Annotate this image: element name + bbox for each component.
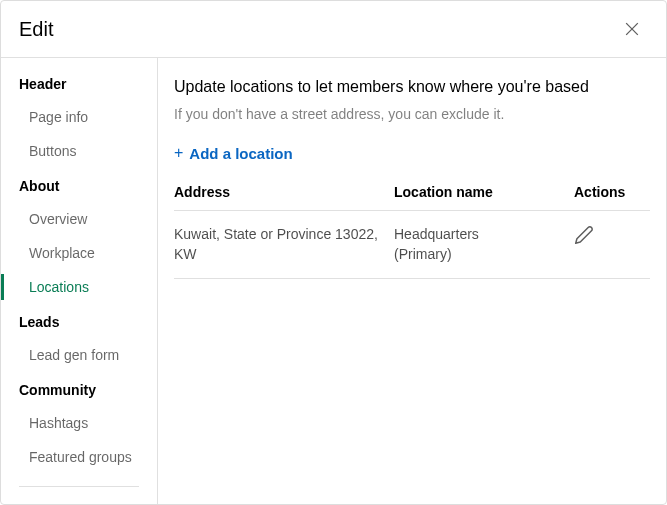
content-area: Update locations to let members know whe…: [158, 58, 666, 504]
col-header-address: Address: [174, 184, 394, 200]
content-title: Update locations to let members know whe…: [174, 78, 650, 96]
sidebar-item-locations[interactable]: Locations: [1, 270, 157, 304]
cell-location-name: Headquarters (Primary): [394, 225, 574, 264]
sidebar-item-featured-groups[interactable]: Featured groups: [1, 440, 157, 474]
nav-section-about: About: [1, 168, 157, 202]
close-icon: [622, 19, 642, 39]
nav-section-community: Community: [1, 372, 157, 406]
sidebar-item-manage-languages[interactable]: Manage languages: [1, 499, 157, 504]
cell-actions: [574, 225, 650, 251]
sidebar-item-page-info[interactable]: Page info: [1, 100, 157, 134]
sidebar-item-hashtags[interactable]: Hashtags: [1, 406, 157, 440]
modal-header: Edit: [1, 1, 666, 58]
pencil-icon: [574, 225, 594, 245]
sidebar-item-buttons[interactable]: Buttons: [1, 134, 157, 168]
modal-title: Edit: [19, 18, 53, 41]
content-subtitle: If you don't have a street address, you …: [174, 106, 650, 122]
table-header-row: Address Location name Actions: [174, 184, 650, 211]
edit-modal: Edit Header Page info Buttons About Over…: [0, 0, 667, 505]
sidebar-item-workplace[interactable]: Workplace: [1, 236, 157, 270]
sidebar-nav[interactable]: Header Page info Buttons About Overview …: [1, 58, 158, 504]
cell-address: Kuwait, State or Province 13022, KW: [174, 225, 394, 264]
edit-location-button[interactable]: [574, 225, 594, 245]
table-row: Kuwait, State or Province 13022, KW Head…: [174, 211, 650, 279]
nav-divider: [19, 486, 139, 487]
sidebar-item-lead-gen[interactable]: Lead gen form: [1, 338, 157, 372]
col-header-location-name: Location name: [394, 184, 574, 200]
sidebar-item-overview[interactable]: Overview: [1, 202, 157, 236]
nav-section-header: Header: [1, 66, 157, 100]
col-header-actions: Actions: [574, 184, 650, 200]
plus-icon: +: [174, 144, 183, 162]
nav-section-leads: Leads: [1, 304, 157, 338]
add-location-label: Add a location: [189, 145, 292, 162]
add-location-link[interactable]: + Add a location: [174, 144, 293, 162]
close-button[interactable]: [618, 15, 646, 43]
modal-body: Header Page info Buttons About Overview …: [1, 58, 666, 504]
locations-table: Address Location name Actions Kuwait, St…: [174, 184, 650, 279]
